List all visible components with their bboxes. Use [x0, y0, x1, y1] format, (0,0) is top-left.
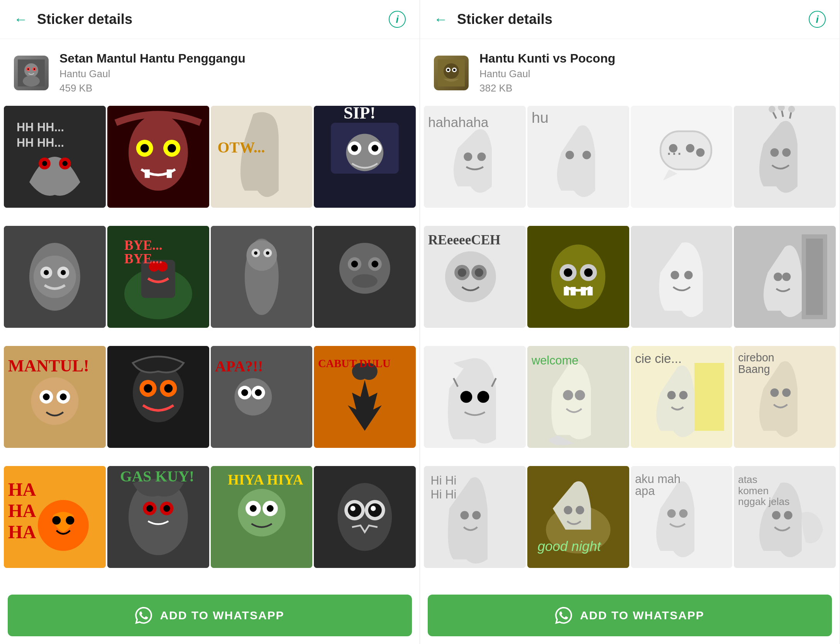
right-add-button-label: ADD TO WHATSAPP: [580, 609, 704, 622]
sticker-item[interactable]: [424, 346, 526, 448]
left-info-button[interactable]: i: [389, 11, 406, 28]
svg-point-77: [241, 389, 248, 396]
left-back-button[interactable]: ←: [14, 11, 28, 27]
svg-text:HH HH...: HH HH...: [17, 120, 64, 134]
sticker-item[interactable]: ...: [631, 106, 733, 208]
svg-point-99: [238, 489, 285, 536]
sticker-item[interactable]: SIP!: [314, 106, 416, 208]
svg-text:SIP!: SIP!: [344, 106, 376, 122]
svg-point-188: [461, 511, 469, 519]
svg-text:apa: apa: [635, 484, 655, 498]
right-sticker-text: Hantu Kunti vs Pocong Hantu Gaul 382 KB: [479, 51, 615, 94]
svg-point-37: [44, 270, 49, 275]
svg-point-52: [266, 251, 269, 255]
svg-point-179: [667, 391, 676, 399]
svg-point-125: [566, 151, 574, 159]
sticker-item[interactable]: CABUT DULU: [314, 346, 416, 448]
svg-text:good night: good night: [537, 539, 601, 554]
left-sticker-size: 459 KB: [59, 82, 246, 94]
right-add-to-whatsapp-button[interactable]: ADD TO WHATSAPP: [428, 595, 832, 636]
svg-text:HA: HA: [8, 500, 36, 521]
svg-rect-178: [694, 363, 724, 431]
svg-point-142: [788, 106, 795, 113]
sticker-item[interactable]: OTW...: [211, 106, 313, 208]
sticker-item[interactable]: [107, 346, 209, 448]
sticker-item[interactable]: GAS KUY!: [107, 466, 209, 568]
svg-point-126: [583, 151, 591, 159]
right-back-button[interactable]: ←: [434, 11, 448, 27]
svg-point-121: [464, 153, 472, 161]
right-info-button[interactable]: i: [809, 11, 826, 28]
svg-text:BYE...: BYE...: [124, 251, 163, 266]
svg-point-180: [679, 391, 688, 399]
sticker-item[interactable]: aku mah apa: [631, 466, 733, 568]
sticker-item[interactable]: [211, 226, 313, 328]
svg-text:HH HH...: HH HH...: [17, 136, 64, 149]
sticker-item[interactable]: BYE... BYE...: [107, 226, 209, 328]
sticker-item[interactable]: cirebon Baang: [734, 346, 836, 448]
svg-rect-157: [571, 287, 576, 295]
sticker-item[interactable]: [734, 106, 836, 208]
left-add-to-whatsapp-button[interactable]: ADD TO WHATSAPP: [8, 595, 412, 636]
svg-point-57: [351, 261, 358, 268]
sticker-item[interactable]: HH HH... HH HH...: [4, 106, 106, 208]
svg-rect-165: [806, 239, 823, 315]
sticker-item[interactable]: HIYA HIYA: [211, 466, 313, 568]
svg-point-38: [61, 270, 66, 275]
sticker-item[interactable]: cie cie...: [631, 346, 733, 448]
sticker-item[interactable]: [734, 226, 836, 328]
svg-point-65: [60, 393, 67, 400]
svg-rect-20: [144, 169, 149, 178]
svg-point-117: [447, 69, 449, 71]
sticker-item[interactable]: [314, 226, 416, 328]
sticker-item[interactable]: welcome: [527, 346, 629, 448]
svg-point-87: [66, 516, 74, 525]
svg-text:REeeeeCEH: REeeeeCEH: [428, 232, 500, 247]
sticker-item[interactable]: [527, 226, 629, 328]
sticker-item[interactable]: [314, 466, 416, 568]
sticker-item[interactable]: APA?!!: [211, 346, 313, 448]
left-panel: ← Sticker details i Setan Mantul Hantu P…: [0, 0, 420, 644]
svg-text:GAS KUY!: GAS KUY!: [120, 468, 194, 485]
sticker-item[interactable]: Hi Hi Hi Hi: [424, 466, 526, 568]
sticker-item[interactable]: HA HA HA: [4, 466, 106, 568]
svg-point-34: [34, 256, 76, 298]
svg-point-203: [772, 511, 781, 519]
sticker-item[interactable]: MANTUL!: [4, 346, 106, 448]
svg-point-2: [23, 76, 40, 86]
svg-point-48: [246, 240, 277, 271]
svg-point-170: [477, 391, 489, 403]
svg-rect-158: [581, 287, 586, 295]
right-header: ← Sticker details i: [420, 0, 840, 39]
svg-point-132: [696, 148, 705, 157]
sticker-item[interactable]: hahahaha: [424, 106, 526, 208]
svg-point-29: [351, 145, 358, 152]
sticker-item[interactable]: REeeeeCEH: [424, 226, 526, 328]
svg-point-199: [679, 509, 688, 518]
svg-point-59: [352, 274, 378, 288]
svg-point-11: [63, 161, 68, 166]
right-panel: ← Sticker details i Hantu Kunti vs Pocon…: [420, 0, 840, 644]
right-sticker-grid: hahahaha hu ...: [420, 102, 840, 588]
svg-point-148: [475, 268, 483, 277]
svg-text:Hi Hi: Hi Hi: [431, 488, 457, 501]
svg-text:...: ...: [666, 138, 682, 159]
svg-text:HA: HA: [8, 479, 36, 500]
sticker-item[interactable]: good night: [527, 466, 629, 568]
svg-text:cirebon: cirebon: [738, 351, 774, 364]
sticker-item[interactable]: atas komen nggak jelas: [734, 466, 836, 568]
right-sticker-thumbnail: [434, 56, 469, 90]
sticker-item[interactable]: hu: [527, 106, 629, 208]
svg-rect-21: [167, 169, 172, 178]
sticker-item[interactable]: [631, 226, 733, 328]
svg-point-102: [250, 505, 257, 512]
sticker-item[interactable]: [4, 226, 106, 328]
svg-point-135: [771, 148, 779, 157]
svg-point-64: [43, 393, 50, 400]
left-sticker-text: Setan Mantul Hantu Penggangu Hantu Gaul …: [59, 51, 246, 94]
right-sticker-author: Hantu Gaul: [479, 68, 615, 80]
sticker-item[interactable]: [107, 106, 209, 208]
left-sticker-thumbnail: [14, 56, 49, 90]
svg-text:hu: hu: [532, 109, 549, 126]
svg-point-162: [684, 271, 693, 279]
